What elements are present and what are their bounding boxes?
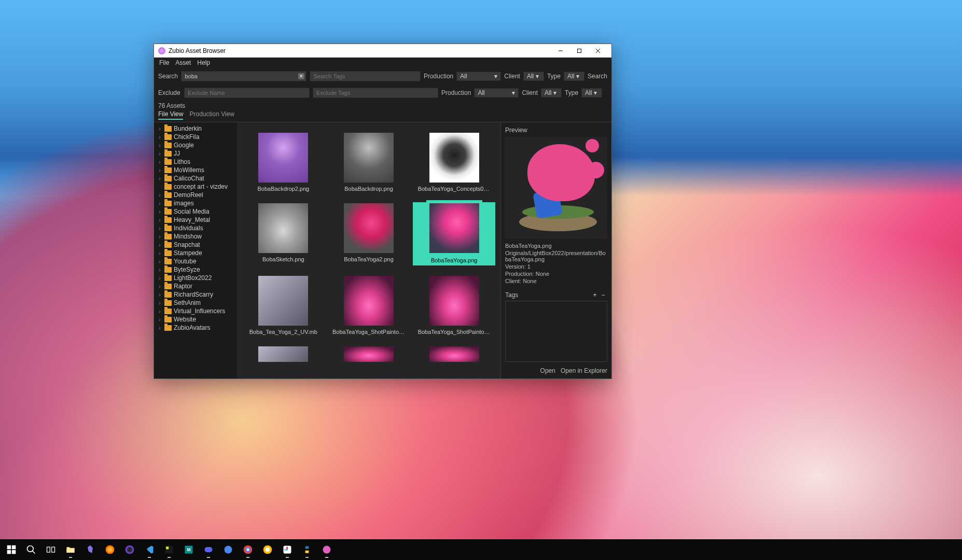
maximize-button[interactable]: [570, 45, 589, 57]
tree-item[interactable]: ›Raptor: [154, 282, 237, 290]
preview-heading: Preview: [505, 127, 607, 134]
browser-icon[interactable]: [219, 540, 238, 559]
tree-item[interactable]: ›Individuals: [154, 224, 237, 232]
search-tags-input[interactable]: [310, 71, 420, 81]
tree-item-label: ByteSyze: [174, 266, 200, 273]
type-select[interactable]: All▾: [564, 72, 584, 81]
tab-production-view[interactable]: Production View: [189, 110, 234, 120]
tree-item-label: Lithos: [174, 158, 190, 165]
asset-item[interactable]: [328, 345, 410, 363]
menu-file[interactable]: File: [156, 58, 172, 67]
menu-help[interactable]: Help: [194, 58, 213, 67]
tree-item[interactable]: ›MoWillems: [154, 166, 237, 174]
close-button[interactable]: [589, 45, 607, 57]
add-tag-button[interactable]: +: [591, 291, 599, 299]
clear-search-icon[interactable]: ✕: [298, 73, 304, 79]
taskbar[interactable]: M: [0, 539, 962, 560]
tree-item[interactable]: ›ByteSyze: [154, 265, 237, 274]
tree-item[interactable]: ›DemoReel: [154, 191, 237, 199]
asset-item[interactable]: BobaTeaYoga.png: [413, 202, 495, 265]
python-icon[interactable]: [298, 540, 316, 559]
asset-item[interactable]: BobaTeaYoga_Concepts03.pn: [413, 132, 495, 193]
search-button[interactable]: Search: [588, 73, 607, 80]
tree-item[interactable]: ›Youtube: [154, 257, 237, 265]
titlebar[interactable]: Zubio Asset Browser: [154, 44, 611, 58]
tree-item[interactable]: ›LightBox2022: [154, 274, 237, 282]
asset-item[interactable]: [413, 345, 495, 363]
tree-item[interactable]: ›Heavy_Metal: [154, 216, 237, 224]
discord-icon[interactable]: [199, 540, 218, 559]
tree-item[interactable]: concept art - vizdev: [154, 183, 237, 191]
remove-tag-button[interactable]: −: [599, 291, 607, 299]
menu-asset[interactable]: Asset: [172, 58, 194, 67]
exclude-name-input[interactable]: [184, 88, 310, 98]
production-label: Production: [424, 73, 453, 80]
tree-item[interactable]: ›Virtual_Influencers: [154, 307, 237, 315]
tree-item[interactable]: ›Google: [154, 141, 237, 149]
zubio-app-icon[interactable]: [317, 540, 336, 559]
tree-item[interactable]: ›CalicoChat: [154, 174, 237, 183]
asset-thumbnail: [429, 276, 479, 326]
asset-grid[interactable]: BobaBackdrop2.pngBobaBackdrop.pngBobaTea…: [237, 122, 500, 379]
exclude-production-select[interactable]: All▾: [474, 88, 519, 97]
vscode-icon[interactable]: [140, 540, 159, 559]
tree-item[interactable]: ›Stampede: [154, 249, 237, 257]
open-button[interactable]: Open: [540, 367, 555, 374]
tree-item[interactable]: ›ChickFila: [154, 133, 237, 141]
firefox-icon[interactable]: [101, 540, 119, 559]
tree-item[interactable]: ›Bunderkin: [154, 124, 237, 133]
tree-item[interactable]: ›Mindshow: [154, 232, 237, 241]
search-icon[interactable]: [22, 540, 40, 559]
chrome-canary-icon[interactable]: [258, 540, 277, 559]
tab-file-view[interactable]: File View: [158, 110, 183, 120]
tree-item-label: CalicoChat: [174, 175, 204, 182]
github-desktop-icon[interactable]: [120, 540, 139, 559]
asset-thumbnail: [258, 133, 308, 183]
exclude-client-select[interactable]: All▾: [541, 88, 562, 97]
asset-item[interactable]: BobaTeaYoga_ShotPaintover_: [328, 275, 410, 336]
chevron-right-icon: ›: [157, 300, 162, 306]
tree-item[interactable]: ›Website: [154, 315, 237, 324]
asset-item[interactable]: BobaSketch.png: [242, 202, 325, 265]
client-select[interactable]: All▾: [523, 72, 544, 81]
asset-item[interactable]: BobaBackdrop.png: [328, 132, 410, 193]
preview-version: Version: 1: [505, 263, 607, 270]
folder-icon: [164, 143, 172, 148]
slack-icon[interactable]: [278, 540, 297, 559]
folder-tree[interactable]: ›Bunderkin›ChickFila›Google›JJ›Lithos›Mo…: [154, 122, 237, 379]
asset-item[interactable]: BobaTeaYoga_ShotPaintover_: [413, 275, 495, 336]
asset-item[interactable]: BobaTeaYoga2.png: [328, 202, 410, 265]
open-in-explorer-button[interactable]: Open in Explorer: [561, 367, 607, 374]
folder-icon: [164, 317, 172, 323]
window-title: Zubio Asset Browser: [169, 47, 551, 54]
tags-list[interactable]: [505, 301, 607, 362]
pycharm-icon[interactable]: [160, 540, 178, 559]
tree-item-label: SethAnim: [174, 299, 201, 306]
chrome-icon[interactable]: [239, 540, 257, 559]
exclude-type-select[interactable]: All▾: [581, 88, 602, 97]
exclude-tags-input[interactable]: [313, 88, 438, 98]
chevron-right-icon: ›: [157, 267, 162, 273]
start-button[interactable]: [2, 540, 21, 559]
search-input[interactable]: [181, 71, 306, 81]
tree-item[interactable]: ›JJ: [154, 149, 237, 158]
tree-item[interactable]: ›RichardScarry: [154, 290, 237, 299]
search-label: Search: [158, 73, 178, 80]
file-explorer-icon[interactable]: [61, 540, 80, 559]
production-select[interactable]: All▾: [456, 72, 501, 81]
tree-item[interactable]: ›Social Media: [154, 207, 237, 216]
asset-item[interactable]: BobaBackdrop2.png: [242, 132, 325, 193]
asset-item[interactable]: [242, 345, 325, 363]
tree-item[interactable]: ›images: [154, 199, 237, 207]
tags-label: Tags: [505, 291, 518, 299]
asset-item[interactable]: Boba_Tea_Yoga_2_UV.mb: [242, 275, 325, 336]
task-view-icon[interactable]: [41, 540, 60, 559]
tree-item[interactable]: ›Lithos: [154, 158, 237, 166]
maya-icon[interactable]: M: [179, 540, 198, 559]
tree-item[interactable]: ›SethAnim: [154, 299, 237, 307]
obsidian-icon[interactable]: [81, 540, 100, 559]
folder-icon: [164, 184, 172, 190]
tree-item[interactable]: ›ZubioAvatars: [154, 324, 237, 332]
tree-item[interactable]: ›Snapchat: [154, 241, 237, 249]
minimize-button[interactable]: [551, 45, 570, 57]
